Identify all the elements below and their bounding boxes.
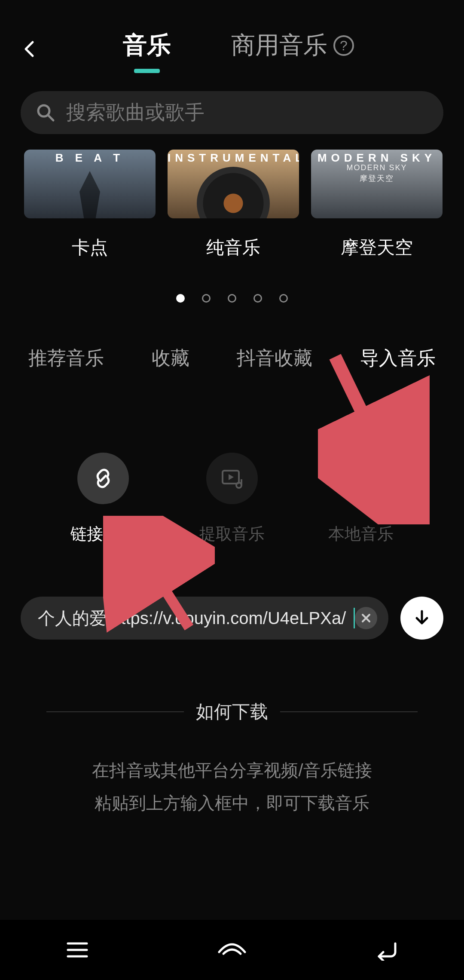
- howto-section: 如何下载 在抖音或其他平台分享视频/音乐链接 粘贴到上方输入框中，即可下载音乐: [0, 700, 464, 819]
- tab-douyin-favorite-label: 抖音收藏: [237, 347, 312, 368]
- dancer-silhouette-icon: [77, 171, 103, 218]
- tab-import-music-label: 导入音乐: [360, 347, 436, 368]
- nav-back-button[interactable]: [369, 933, 404, 967]
- back-button[interactable]: [17, 36, 43, 62]
- import-options: 链接下载 提取音乐 本地音乐: [0, 388, 464, 545]
- category-thumb: MODERN SKY MODERN SKY 摩登天空: [311, 150, 443, 218]
- vinyl-disc-icon: [197, 167, 270, 218]
- svg-marker-3: [229, 474, 234, 480]
- option-extract-music[interactable]: 提取音乐: [199, 453, 265, 545]
- tab-favorite-label: 收藏: [152, 347, 189, 368]
- tab-commercial-music[interactable]: 商用音乐 ?: [231, 29, 354, 69]
- clear-input-button[interactable]: [355, 607, 377, 629]
- category-thumb-sub2: 摩登天空: [346, 173, 407, 184]
- category-thumb-sub1: MODERN SKY: [346, 162, 407, 173]
- carousel-dot[interactable]: [228, 294, 236, 303]
- music-tabs: 推荐音乐 收藏 抖音收藏 导入音乐: [0, 303, 464, 388]
- howto-title: 如何下载: [0, 700, 464, 724]
- category-thumb: B E A T: [24, 150, 156, 218]
- carousel-dot[interactable]: [202, 294, 211, 303]
- category-thumb-text: B E A T: [24, 151, 156, 165]
- search-icon: [36, 103, 55, 122]
- category-card-modernsky[interactable]: MODERN SKY MODERN SKY 摩登天空 摩登天空: [311, 150, 443, 260]
- search-wrap: 搜索歌曲或歌手: [0, 86, 464, 150]
- chevron-left-icon: [21, 40, 39, 58]
- header-tabs: 音乐 商用音乐 ?: [43, 29, 447, 69]
- system-navbar: [0, 920, 464, 980]
- tab-douyin-favorite[interactable]: 抖音收藏: [237, 346, 312, 388]
- hamburger-icon: [65, 940, 89, 960]
- url-input[interactable]: 个人的爱 https://v.douyin.com/U4eLPXa/: [21, 597, 388, 640]
- category-label: 卡点: [24, 236, 156, 260]
- link-icon: [91, 466, 115, 490]
- carousel-dot[interactable]: [253, 294, 262, 303]
- option-link-download[interactable]: 链接下载: [70, 453, 136, 545]
- tab-favorite[interactable]: 收藏: [152, 346, 189, 388]
- video-music-icon: [220, 466, 244, 490]
- tab-commercial-label: 商用音乐: [231, 29, 327, 62]
- option-extract-music-label: 提取音乐: [199, 523, 265, 545]
- option-local-music[interactable]: 本地音乐: [328, 453, 394, 545]
- carousel-dot[interactable]: [176, 294, 185, 303]
- category-carousel[interactable]: B E A T 卡点 INSTRUMENTAL 纯音乐 MODERN SKY M…: [0, 150, 464, 260]
- download-icon: [412, 609, 431, 628]
- tab-recommend[interactable]: 推荐音乐: [28, 346, 104, 388]
- folder-icon: [349, 466, 373, 490]
- tab-music-label: 音乐: [123, 29, 171, 62]
- category-thumb-text: INSTRUMENTAL: [168, 151, 299, 165]
- url-row: 个人的爱 https://v.douyin.com/U4eLPXa/: [21, 597, 443, 640]
- howto-line1: 在抖音或其他平台分享视频/音乐链接: [0, 754, 464, 787]
- close-icon: [361, 613, 371, 623]
- svg-line-1: [48, 115, 53, 120]
- category-card-beat[interactable]: B E A T 卡点: [24, 150, 156, 260]
- category-label: 摩登天空: [311, 236, 443, 260]
- category-label: 纯音乐: [168, 236, 299, 260]
- option-local-music-label: 本地音乐: [328, 523, 394, 545]
- home-icon: [217, 939, 247, 961]
- download-button[interactable]: [400, 597, 443, 640]
- option-link-download-label: 链接下载: [70, 523, 136, 545]
- carousel-dot[interactable]: [279, 294, 288, 303]
- tab-music[interactable]: 音乐: [123, 29, 171, 69]
- header: 音乐 商用音乐 ?: [0, 0, 464, 86]
- search-input[interactable]: 搜索歌曲或歌手: [21, 91, 443, 134]
- howto-line2: 粘贴到上方输入框中，即可下载音乐: [0, 787, 464, 819]
- category-thumb: INSTRUMENTAL: [168, 150, 299, 218]
- search-placeholder: 搜索歌曲或歌手: [66, 99, 205, 126]
- nav-recent-button[interactable]: [60, 933, 95, 967]
- category-thumb-sub: MODERN SKY 摩登天空: [346, 162, 407, 184]
- nav-home-button[interactable]: [215, 933, 249, 967]
- tab-import-music[interactable]: 导入音乐: [360, 346, 436, 388]
- return-icon: [374, 939, 400, 961]
- howto-title-text: 如何下载: [196, 700, 268, 724]
- carousel-dots: [0, 294, 464, 303]
- url-input-value: 个人的爱 https://v.douyin.com/U4eLPXa/: [38, 606, 353, 630]
- help-icon[interactable]: ?: [333, 35, 354, 56]
- category-card-instrumental[interactable]: INSTRUMENTAL 纯音乐: [168, 150, 299, 260]
- howto-body: 在抖音或其他平台分享视频/音乐链接 粘贴到上方输入框中，即可下载音乐: [0, 754, 464, 819]
- tab-recommend-label: 推荐音乐: [28, 347, 104, 368]
